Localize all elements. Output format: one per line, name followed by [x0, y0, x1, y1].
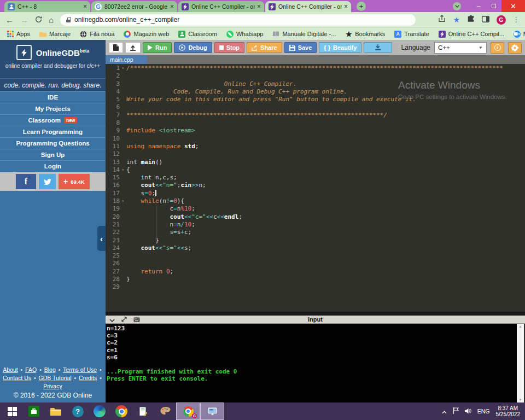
save-button[interactable]: Save [284, 42, 317, 53]
new-file-button[interactable] [109, 42, 123, 53]
help-taskbar-button[interactable]: ? [67, 402, 89, 420]
profile-avatar[interactable]: G [497, 15, 506, 25]
scroll-up-icon[interactable]: ▲ [517, 324, 524, 329]
tab-close-icon[interactable]: × [344, 3, 348, 10]
bookmark-item[interactable]: Manuale Digitale -... [272, 31, 336, 38]
footer-link[interactable]: Credits [79, 375, 97, 381]
code-text: int n,c,s; [126, 174, 525, 182]
console-output[interactable]: n=123c=3c=2c=1s=6 ...Program finished wi… [106, 324, 517, 402]
browser-tab[interactable]: Online C++ Compiler - online edi× [265, 1, 351, 12]
twitter-button[interactable] [39, 174, 56, 189]
download-button[interactable] [364, 42, 392, 53]
footer-link[interactable]: Blog [44, 366, 56, 373]
paint-taskbar-button[interactable] [154, 402, 176, 420]
file-tab-main-cpp[interactable]: main.cpp [106, 55, 147, 64]
bookmark-item[interactable]: Filă nouă [80, 31, 114, 38]
chrome-taskbar-button[interactable] [110, 402, 132, 420]
beautify-button[interactable]: { } Beautify [319, 42, 361, 53]
tab-search-icon[interactable] [453, 2, 461, 10]
fold-caret-icon[interactable]: ▾ [120, 197, 126, 205]
sidebar-item-learn-programming[interactable]: Learn Programming [0, 126, 106, 137]
start-taskbar-button[interactable] [1, 402, 23, 420]
tab-close-icon[interactable]: × [257, 3, 261, 10]
speaker-icon[interactable] [465, 406, 471, 416]
sidebar-item-ide[interactable]: IDE [0, 91, 106, 103]
collapse-console-icon[interactable] [109, 314, 115, 324]
code-text: return 0; [126, 268, 525, 276]
action-center-flag-icon[interactable] [453, 406, 459, 416]
tab-close-icon[interactable]: × [83, 3, 87, 10]
omnibox[interactable]: onlinegdb.com/online_c++_compiler [60, 14, 416, 26]
bookmark-item[interactable]: Whatsapp [226, 31, 264, 38]
debug-button[interactable]: Debug [174, 42, 212, 53]
bookmark-item[interactable]: My Profile - Zoom [514, 31, 525, 38]
bookmark-item[interactable]: Online C++ Compil... [439, 31, 504, 38]
browser-tab[interactable]: G80072ee2 error - Google Search× [91, 1, 177, 12]
back-icon[interactable]: ← [5, 16, 14, 24]
expand-console-icon[interactable] [121, 314, 127, 324]
notepad-taskbar-button[interactable] [132, 402, 154, 420]
bookmark-item[interactable]: ★Bookmarks [345, 31, 385, 38]
footer-link[interactable]: FAQ [25, 366, 37, 373]
side-panel-icon[interactable] [482, 15, 489, 25]
forward-icon[interactable]: → [20, 16, 28, 24]
line-number: 29 [106, 283, 120, 291]
footer-link[interactable]: Contact Us [3, 375, 31, 381]
bookmark-item[interactable]: Marcaje [39, 31, 71, 38]
facebook-button[interactable]: f [16, 174, 36, 189]
footer-link[interactable]: GDB Tutorial [38, 375, 71, 381]
chrome-window-taskbar-button[interactable]: G [176, 402, 200, 420]
footer-link[interactable]: Terms of Use [63, 366, 97, 373]
menu-kebab-icon[interactable]: ⋮ [513, 16, 520, 24]
bookmark-item[interactable]: Classroom [178, 31, 217, 38]
line-number: 11 [106, 143, 120, 150]
footer-link[interactable]: Privacy [43, 383, 62, 389]
home-icon[interactable]: ⌂ [49, 16, 54, 24]
bookmark-item[interactable]: ATranslate [394, 31, 429, 38]
language-select[interactable]: C++ ▼ [434, 42, 487, 54]
explorer-taskbar-button[interactable] [45, 402, 67, 420]
run-button[interactable]: Run [143, 42, 172, 53]
fold-caret-icon[interactable]: ▾ [120, 65, 126, 72]
keyboard-icon[interactable] [133, 314, 140, 324]
bookmark-item[interactable]: Magazin web [124, 31, 169, 38]
sidebar-collapse-handle[interactable]: ‹ [97, 225, 106, 252]
store-taskbar-button[interactable] [23, 402, 45, 420]
stop-button[interactable]: Stop [214, 42, 244, 53]
console-scrollbar[interactable]: ▲ ▼ [517, 324, 524, 402]
extensions-icon[interactable] [467, 15, 475, 25]
reload-icon[interactable] [35, 16, 42, 24]
padlock-icon[interactable] [66, 17, 71, 22]
sidebar-item-classroom[interactable]: Classroomnew [0, 114, 106, 126]
editor-console-divider[interactable] [106, 312, 525, 316]
tray-chevron-up-icon[interactable] [442, 406, 447, 416]
sidebar-item-sign-up[interactable]: Sign Up [0, 149, 106, 160]
minimize-button[interactable]: – [471, 2, 486, 10]
remote-desktop-taskbar-button[interactable] [200, 402, 224, 420]
sidebar-item-my-projects[interactable]: My Projects [0, 103, 106, 114]
tray-language[interactable]: ENG [477, 408, 490, 415]
share-count-button[interactable]: + 69.4K [59, 174, 90, 189]
browser-tab[interactable]: Online C++ Compiler - online edi× [178, 1, 264, 12]
bookmark-item[interactable]: Apps [7, 31, 30, 38]
tab-close-icon[interactable]: × [170, 3, 174, 10]
scroll-down-icon[interactable]: ▼ [517, 397, 524, 402]
footer-link[interactable]: About [3, 366, 18, 373]
tray-clock[interactable]: 8:37 AM 5/25/2022 [496, 405, 521, 417]
share-button[interactable]: Share [247, 42, 282, 53]
upload-button[interactable] [125, 42, 141, 53]
sidebar-item-programming-questions[interactable]: Programming Questions [0, 137, 106, 149]
maximize-button[interactable] [486, 2, 501, 10]
sidebar-item-login[interactable]: Login [0, 160, 106, 172]
browser-tab[interactable]: C++ - 8× [4, 1, 90, 12]
info-button[interactable]: i [491, 42, 504, 54]
code-editor[interactable]: 1▾/*************************************… [106, 64, 525, 312]
settings-button[interactable] [508, 42, 522, 54]
close-button[interactable]: ✕ [501, 0, 525, 12]
edge-taskbar-button[interactable] [89, 402, 110, 420]
bookmark-star-icon[interactable]: ★ [453, 16, 460, 24]
fold-caret-icon[interactable]: ▾ [120, 166, 126, 174]
share-page-icon[interactable] [438, 15, 446, 25]
new-tab-button[interactable]: + [357, 2, 366, 11]
code-line: 12 [106, 150, 525, 158]
